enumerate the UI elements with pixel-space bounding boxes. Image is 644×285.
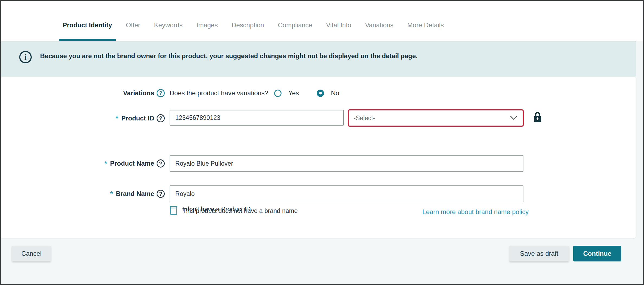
- required-asterisk: *: [104, 159, 107, 168]
- tab-description[interactable]: Description: [228, 12, 268, 41]
- tab-keywords[interactable]: Keywords: [150, 12, 186, 41]
- radio-label-no[interactable]: No: [331, 89, 339, 97]
- form-footer: Cancel Save as draft Continue: [1, 238, 643, 284]
- tab-vital-info[interactable]: Vital Info: [322, 12, 355, 41]
- variations-question: Does the product have variations?: [170, 89, 268, 97]
- radio-circle-yes[interactable]: [274, 90, 281, 97]
- lock-icon: [533, 112, 542, 123]
- radio-label-yes[interactable]: Yes: [288, 89, 299, 97]
- tab-offer[interactable]: Offer: [122, 12, 144, 41]
- no-brand-name-checkbox-row: This product does not have a brand name: [170, 207, 298, 215]
- continue-button[interactable]: Continue: [573, 246, 621, 261]
- variations-help-icon[interactable]: ?: [157, 89, 165, 97]
- brand-name-help-icon[interactable]: ?: [157, 190, 165, 198]
- tab-variations[interactable]: Variations: [361, 12, 397, 41]
- variations-label-group: Variations ?: [1, 88, 165, 99]
- variations-radio-yes[interactable]: Yes: [274, 89, 299, 97]
- brand-name-policy-link[interactable]: Learn more about brand name policy: [422, 208, 529, 216]
- variations-radio-group: Does the product have variations? Yes No: [170, 88, 339, 99]
- no-brand-name-checkbox-label[interactable]: This product does not have a brand name: [182, 207, 298, 215]
- variations-label: Variations: [123, 89, 154, 97]
- info-icon: i: [19, 51, 32, 63]
- cancel-button[interactable]: Cancel: [12, 246, 51, 261]
- no-brand-name-checkbox[interactable]: [170, 208, 177, 215]
- save-as-draft-button[interactable]: Save as draft: [509, 246, 569, 261]
- form-tabs-bar: Product Identity Offer Keywords Images D…: [1, 1, 643, 41]
- product-name-input[interactable]: [170, 155, 523, 172]
- product-name-label: Product Name: [110, 160, 154, 167]
- required-asterisk: *: [116, 114, 118, 123]
- brand-owner-notice-banner: i Because you are not the brand owner fo…: [1, 41, 636, 77]
- product-id-input[interactable]: [170, 110, 344, 126]
- brand-name-label: Brand Name: [116, 190, 154, 198]
- content-scroll-region: i Because you are not the brand owner fo…: [1, 41, 643, 238]
- banner-message: Because you are not the brand owner for …: [40, 50, 418, 60]
- tab-product-identity[interactable]: Product Identity: [59, 12, 116, 41]
- brand-name-input[interactable]: [170, 185, 523, 202]
- product-id-type-select-value: -Select-: [354, 114, 375, 122]
- tab-images[interactable]: Images: [193, 12, 222, 41]
- product-identity-form-panel: Variations ? Does the product have varia…: [1, 77, 636, 238]
- required-asterisk: *: [110, 190, 113, 198]
- product-id-label: Product ID: [121, 114, 154, 122]
- tab-more-details[interactable]: More Details: [403, 12, 448, 41]
- tab-compliance[interactable]: Compliance: [274, 12, 316, 41]
- radio-circle-no[interactable]: [317, 90, 324, 97]
- variations-radio-no[interactable]: No: [317, 89, 339, 97]
- product-name-help-icon[interactable]: ?: [157, 159, 165, 168]
- product-id-help-icon[interactable]: ?: [157, 114, 165, 122]
- brand-name-label-group: * Brand Name ?: [1, 188, 165, 199]
- product-name-label-group: * Product Name ?: [1, 158, 165, 169]
- product-id-type-select[interactable]: -Select-: [348, 109, 524, 127]
- chevron-down-icon: [510, 116, 517, 120]
- product-id-label-group: * Product ID ?: [1, 113, 165, 124]
- add-product-window: Product Identity Offer Keywords Images D…: [0, 0, 644, 285]
